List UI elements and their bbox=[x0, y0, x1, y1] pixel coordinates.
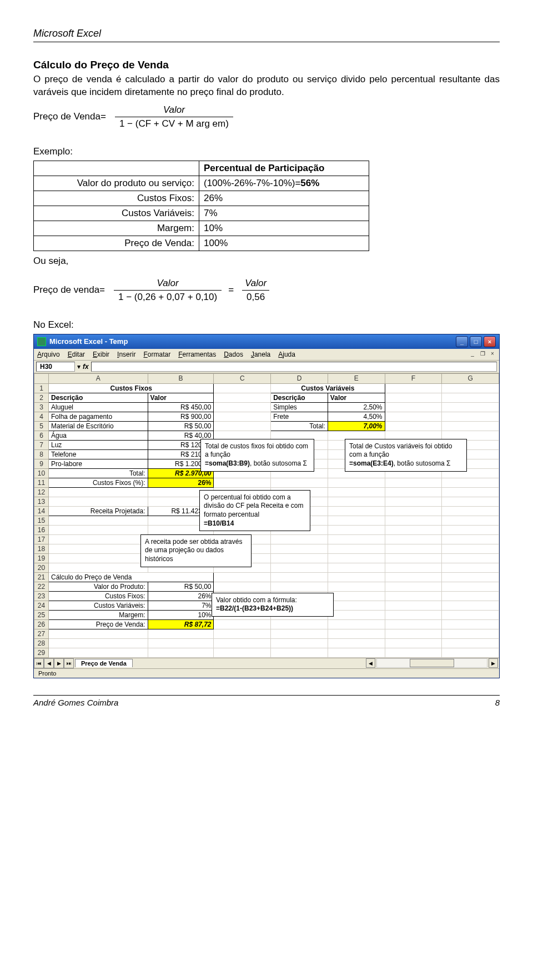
cell-B25[interactable]: 10% bbox=[148, 610, 214, 619]
tab-last-icon[interactable]: ⏭ bbox=[64, 658, 74, 668]
cell-A25[interactable]: Margem: bbox=[49, 610, 148, 619]
row-header-15[interactable]: 15 bbox=[34, 516, 49, 525]
cell-C22[interactable] bbox=[214, 582, 271, 591]
cell-C2[interactable] bbox=[214, 393, 271, 402]
cell-A6[interactable]: Água bbox=[49, 431, 148, 440]
row-header-14[interactable]: 14 bbox=[34, 506, 49, 516]
cell-E26[interactable] bbox=[328, 619, 385, 629]
scroll-right-icon[interactable]: ▶ bbox=[489, 658, 498, 668]
cell-F14[interactable] bbox=[385, 506, 442, 516]
namebox-dropdown-icon[interactable]: ▾ bbox=[77, 363, 81, 371]
cell-G28[interactable] bbox=[442, 638, 499, 648]
cell-A21[interactable]: Cálculo do Preço de Venda bbox=[49, 572, 214, 582]
row-header-23[interactable]: 23 bbox=[34, 591, 49, 601]
cell-G26[interactable] bbox=[442, 619, 499, 629]
cell-E22[interactable] bbox=[328, 582, 385, 591]
tab-next-icon[interactable]: ▶ bbox=[54, 658, 64, 668]
cell-A27[interactable] bbox=[49, 629, 148, 638]
col-header-A[interactable]: A bbox=[49, 373, 148, 383]
cell-D21[interactable] bbox=[271, 572, 328, 582]
cell-A29[interactable] bbox=[49, 648, 148, 657]
row-header-18[interactable]: 18 bbox=[34, 544, 49, 553]
cell-A3[interactable]: Aluguel bbox=[49, 402, 148, 412]
cell-A13[interactable] bbox=[49, 497, 148, 506]
cell-A2[interactable]: Descrição bbox=[49, 393, 148, 402]
cell-A16[interactable] bbox=[49, 525, 148, 534]
cell-F19[interactable] bbox=[385, 553, 442, 563]
menu-editar[interactable]: Editar bbox=[68, 351, 85, 358]
cell-D27[interactable] bbox=[271, 629, 328, 638]
cell-E18[interactable] bbox=[328, 544, 385, 553]
minimize-button[interactable]: _ bbox=[456, 336, 468, 347]
cell-G18[interactable] bbox=[442, 544, 499, 553]
row-header-9[interactable]: 9 bbox=[34, 459, 49, 468]
cell-F1[interactable] bbox=[385, 383, 442, 393]
col-header-C[interactable]: C bbox=[214, 373, 271, 383]
cell-F13[interactable] bbox=[385, 497, 442, 506]
cell-A19[interactable] bbox=[49, 553, 148, 563]
cell-C29[interactable] bbox=[214, 648, 271, 657]
cell-F28[interactable] bbox=[385, 638, 442, 648]
cell-D5[interactable]: Total: bbox=[271, 421, 328, 431]
cell-G27[interactable] bbox=[442, 629, 499, 638]
cell-G1[interactable] bbox=[442, 383, 499, 393]
cell-D26[interactable] bbox=[271, 619, 328, 629]
cell-A23[interactable]: Custos Fixos: bbox=[49, 591, 148, 601]
cell-A26[interactable]: Preço de Venda: bbox=[49, 619, 148, 629]
cell-G3[interactable] bbox=[442, 402, 499, 412]
cell-B4[interactable]: R$ 900,00 bbox=[148, 412, 214, 421]
fx-icon[interactable]: fx bbox=[83, 363, 89, 371]
tab-prev-icon[interactable]: ◀ bbox=[44, 658, 54, 668]
cell-C4[interactable] bbox=[214, 412, 271, 421]
cell-C1[interactable] bbox=[214, 383, 271, 393]
cell-A8[interactable]: Telefone bbox=[49, 449, 148, 459]
row-header-11[interactable]: 11 bbox=[34, 478, 49, 487]
cell-B3[interactable]: R$ 450,00 bbox=[148, 402, 214, 412]
cell-C21[interactable] bbox=[214, 572, 271, 582]
row-header-8[interactable]: 8 bbox=[34, 449, 49, 459]
cell-D18[interactable] bbox=[271, 544, 328, 553]
cell-B5[interactable]: R$ 50,00 bbox=[148, 421, 214, 431]
cell-E14[interactable] bbox=[328, 506, 385, 516]
hscroll-thumb[interactable] bbox=[410, 659, 454, 667]
cell-E2[interactable]: Valor bbox=[328, 393, 385, 402]
cell-D1[interactable]: Custos Variáveis bbox=[271, 383, 385, 393]
cell-A5[interactable]: Material de Escritório bbox=[49, 421, 148, 431]
cell-G19[interactable] bbox=[442, 553, 499, 563]
menu-inserir[interactable]: Inserir bbox=[117, 351, 135, 358]
menu-ajuda[interactable]: Ajuda bbox=[278, 351, 295, 358]
row-header-12[interactable]: 12 bbox=[34, 487, 49, 497]
cell-D19[interactable] bbox=[271, 553, 328, 563]
cell-D20[interactable] bbox=[271, 563, 328, 572]
row-header-6[interactable]: 6 bbox=[34, 431, 49, 440]
cell-D29[interactable] bbox=[271, 648, 328, 657]
row-header-4[interactable]: 4 bbox=[34, 412, 49, 421]
close-button[interactable]: × bbox=[484, 336, 496, 347]
menu-janela[interactable]: Janela bbox=[251, 351, 270, 358]
doc-restore[interactable]: ❐ bbox=[478, 350, 487, 358]
cell-F20[interactable] bbox=[385, 563, 442, 572]
cell-F25[interactable] bbox=[385, 610, 442, 619]
cell-G25[interactable] bbox=[442, 610, 499, 619]
menu-arquivo[interactable]: Arquivo bbox=[37, 351, 60, 358]
cell-A20[interactable] bbox=[49, 563, 148, 572]
row-header-25[interactable]: 25 bbox=[34, 610, 49, 619]
cell-F4[interactable] bbox=[385, 412, 442, 421]
row-header-13[interactable]: 13 bbox=[34, 497, 49, 506]
row-header-5[interactable]: 5 bbox=[34, 421, 49, 431]
cell-B11[interactable]: 26% bbox=[148, 478, 214, 487]
cell-G21[interactable] bbox=[442, 572, 499, 582]
cell-G24[interactable] bbox=[442, 601, 499, 610]
cell-E29[interactable] bbox=[328, 648, 385, 657]
cell-E23[interactable] bbox=[328, 591, 385, 601]
cell-B22[interactable]: R$ 50,00 bbox=[148, 582, 214, 591]
cell-E4[interactable]: 4,50% bbox=[328, 412, 385, 421]
cell-C11[interactable] bbox=[214, 478, 271, 487]
col-header-E[interactable]: E bbox=[328, 373, 385, 383]
cell-A15[interactable] bbox=[49, 516, 148, 525]
cell-D28[interactable] bbox=[271, 638, 328, 648]
row-header-28[interactable]: 28 bbox=[34, 638, 49, 648]
cell-G17[interactable] bbox=[442, 534, 499, 544]
cell-E27[interactable] bbox=[328, 629, 385, 638]
cell-D3[interactable]: Simples bbox=[271, 402, 328, 412]
